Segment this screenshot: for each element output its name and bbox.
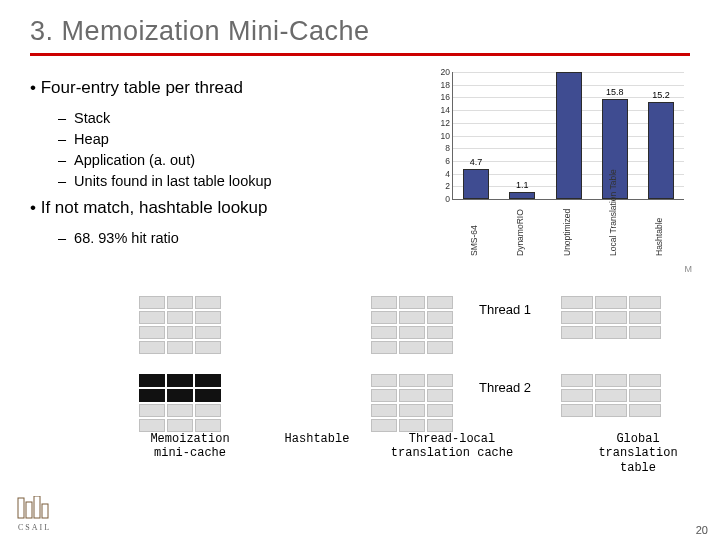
bar-sms-64 — [463, 169, 489, 199]
caption-hash: Hashtable — [272, 432, 362, 446]
x-label: Unoptimized — [562, 196, 572, 256]
bar-value: 15.2 — [641, 90, 681, 100]
thread-2-label: Thread 2 — [479, 380, 531, 395]
chart-plot-area: 100.0 024681012141618204.71.115.815.2 — [452, 72, 684, 200]
sub-3: Application (a. out) — [58, 150, 422, 171]
sub-4: Units found in last table lookup — [58, 171, 422, 192]
svg-rect-3 — [42, 504, 48, 518]
y-tick: 2 — [445, 181, 450, 191]
cut-label-m: M — [685, 264, 693, 274]
tlocal-cache-t1 — [371, 296, 453, 354]
y-tick: 20 — [441, 67, 450, 77]
memo-cache-t2 — [139, 374, 221, 432]
memo-cache-t1 — [139, 296, 221, 354]
tlocal-cache-t2 — [371, 374, 453, 432]
thread-1-label: Thread 1 — [479, 302, 531, 317]
sub-1: Stack — [58, 108, 422, 129]
csail-logo: CSAIL — [16, 496, 62, 532]
x-label: DynamoRIO — [515, 196, 525, 256]
thread-1-row: Thread 1 — [110, 296, 690, 354]
y-tick: 6 — [445, 156, 450, 166]
bullet-2-sublist: 68. 93% hit ratio — [58, 228, 422, 249]
y-tick: 18 — [441, 80, 450, 90]
left-column: Four-entry table per thread Stack Heap A… — [30, 72, 430, 262]
caption-tlocal: Thread-local translation cache — [382, 432, 522, 461]
bar-unoptimized — [556, 72, 582, 199]
y-tick: 0 — [445, 194, 450, 204]
slide: 3. Memoization Mini-Cache Four-entry tab… — [0, 0, 720, 540]
bullet-2-sub: 68. 93% hit ratio — [58, 228, 422, 249]
y-tick: 12 — [441, 118, 450, 128]
bar-value: 4.7 — [456, 157, 496, 167]
sub-2: Heap — [58, 129, 422, 150]
global-table-top — [561, 296, 661, 339]
svg-rect-0 — [18, 498, 24, 518]
bar-hashtable — [648, 102, 674, 199]
bar-chart: 100.0 024681012141618204.71.115.815.2 SM… — [430, 72, 690, 262]
y-tick: 14 — [441, 105, 450, 115]
thread-2-row: Thread 2 — [110, 374, 690, 432]
caption-global: Global translation table — [578, 432, 698, 475]
diagram-area: Thread 1 Thread 2 — [30, 296, 690, 492]
x-label: SMS-64 — [469, 196, 479, 256]
svg-rect-2 — [34, 496, 40, 518]
title-rule — [30, 53, 690, 56]
bullet-1-sublist: Stack Heap Application (a. out) Units fo… — [58, 108, 422, 192]
bullet-2: If not match, hashtable lookup — [30, 198, 422, 218]
svg-rect-1 — [26, 502, 32, 518]
global-table-bottom — [561, 374, 661, 417]
caption-memo: Memoization mini-cache — [130, 432, 250, 461]
page-number: 20 — [696, 524, 708, 536]
y-tick: 16 — [441, 92, 450, 102]
chart-x-labels: SMS-64DynamoRIOUnoptimizedLocal Translat… — [452, 200, 684, 262]
y-tick: 4 — [445, 169, 450, 179]
y-tick: 8 — [445, 143, 450, 153]
x-label: Hashtable — [654, 196, 664, 256]
bullet-1: Four-entry table per thread — [30, 78, 422, 98]
logo-text: CSAIL — [18, 523, 51, 532]
bar-value: 15.8 — [595, 87, 635, 97]
bar-value: 1.1 — [502, 180, 542, 190]
content-row: Four-entry table per thread Stack Heap A… — [30, 72, 690, 262]
slide-title: 3. Memoization Mini-Cache — [30, 16, 690, 47]
y-tick: 10 — [441, 131, 450, 141]
x-label: Local Translation Table — [608, 196, 618, 256]
right-column: 100.0 024681012141618204.71.115.815.2 SM… — [430, 72, 690, 262]
